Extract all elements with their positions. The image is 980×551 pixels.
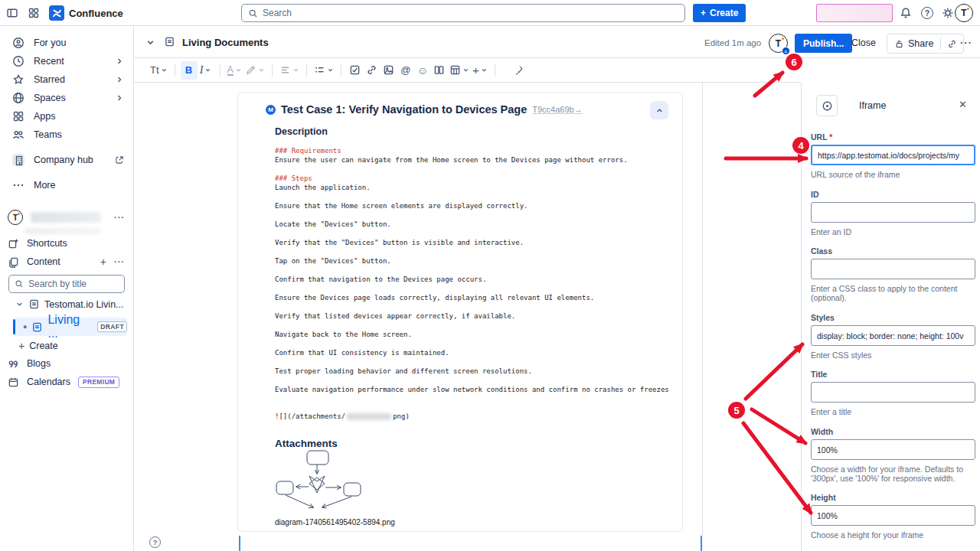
bold-button[interactable]: B <box>181 61 198 80</box>
space-more-icon[interactable]: ··· <box>114 213 125 222</box>
class-field-group: ClassEnter a CSS class to apply to the c… <box>811 246 975 302</box>
code-line: Ensure that the Home screen elements are… <box>275 201 669 210</box>
chevron-down-icon <box>327 67 334 73</box>
add-content-icon[interactable]: + <box>100 256 106 268</box>
tree-create-button[interactable]: + Create <box>18 340 152 352</box>
sidebar-search-placeholder: Search by title <box>28 279 87 289</box>
redacted-filename <box>347 413 391 420</box>
sidebar-item-recent[interactable]: Recent <box>0 52 133 70</box>
sidebar-item-label: Spaces <box>34 93 106 103</box>
redacted-space-subtitle <box>24 228 101 234</box>
image-icon <box>383 64 394 76</box>
code-line <box>275 302 669 311</box>
publish-button[interactable]: Publish... <box>795 34 852 53</box>
url-field-group: URL *URL source of the iframe <box>811 132 975 179</box>
highlight-button[interactable] <box>243 61 266 80</box>
tree-item-selected[interactable]: ● Living ... DRAFT <box>14 318 127 336</box>
sidebar-item-label: For you <box>34 37 124 48</box>
alignment-button[interactable] <box>278 61 301 80</box>
styles-label: Styles <box>811 313 975 322</box>
class-label: Class <box>811 246 975 256</box>
help-icon[interactable]: ? <box>149 536 161 548</box>
sidebar-item-starred[interactable]: Starred <box>0 70 133 89</box>
code-line <box>275 192 669 201</box>
styles-input[interactable] <box>811 325 975 346</box>
sidebar-item-spaces[interactable]: Spaces <box>0 89 133 107</box>
search-input[interactable]: Search <box>241 4 685 22</box>
test-case-title: Test Case 1: Verify Navigation to Device… <box>281 103 527 116</box>
code-line <box>275 210 669 220</box>
settings-gear-icon[interactable] <box>942 7 954 19</box>
width-input[interactable] <box>811 439 975 460</box>
living-document-card: M Test Case 1: Verify Navigation to Devi… <box>237 92 683 532</box>
shortcuts-icon <box>8 238 19 249</box>
insert-more-button[interactable]: + <box>471 61 489 80</box>
height-input[interactable] <box>811 505 975 526</box>
tree-item-parent[interactable]: Testomat.io Livin... <box>15 298 149 310</box>
code-line: Confirm that UI consistency is maintaine… <box>275 348 669 357</box>
content-more-icon[interactable]: ··· <box>114 257 125 266</box>
user-avatar[interactable]: T <box>955 4 973 22</box>
close-button[interactable]: Close <box>851 37 876 48</box>
id-input[interactable] <box>811 202 975 223</box>
collapse-sidebar-icon[interactable] <box>6 7 18 19</box>
table-button[interactable] <box>448 61 471 80</box>
mention-button[interactable]: @ <box>397 61 414 80</box>
code-line: Evaluate navigation performance under sl… <box>275 385 669 394</box>
editor-avatar[interactable]: T c <box>769 34 788 53</box>
notifications-bell-icon[interactable] <box>900 7 912 19</box>
sidebar-search-input[interactable]: Search by title <box>8 275 125 293</box>
class-input[interactable] <box>811 259 975 279</box>
sidebar-item-apps[interactable]: Apps <box>0 107 133 126</box>
sidebar-item-calendars[interactable]: Calendars PREMIUM <box>0 373 134 390</box>
title-label: Title <box>811 370 975 379</box>
code-line: Verify that listed devices appear correc… <box>275 311 669 321</box>
text-style-button[interactable]: Tt <box>149 61 169 80</box>
help-icon[interactable]: ? <box>921 7 933 19</box>
share-button[interactable]: Share <box>887 34 940 53</box>
chevron-down-icon[interactable] <box>15 300 24 308</box>
markdown-icon: M <box>266 105 276 115</box>
insert-link-button[interactable] <box>364 61 381 80</box>
page-title: Living Documents <box>182 37 269 48</box>
pin-toolbar-button[interactable] <box>510 61 527 80</box>
styles-helper-text: Enter CSS styles <box>811 350 975 360</box>
collapse-button[interactable] <box>650 101 668 119</box>
more-actions-button[interactable]: ··· <box>960 37 972 48</box>
create-button[interactable]: + Create <box>693 4 746 22</box>
sidebar-item-blogs[interactable]: Blogs <box>0 355 134 372</box>
sidebar-item-content[interactable]: Content + ··· <box>0 253 134 270</box>
sidebar-item-teams[interactable]: Teams <box>0 126 133 144</box>
task-button[interactable] <box>347 61 364 80</box>
text-color-button[interactable]: A <box>226 61 243 80</box>
sidebar-item-label: Apps <box>34 111 124 122</box>
insert-image-button[interactable] <box>381 61 397 80</box>
search-icon <box>15 279 24 289</box>
blogs-icon <box>8 358 19 370</box>
space-header[interactable]: T ··· <box>0 209 134 226</box>
sidebar-item-more[interactable]: More <box>0 176 133 194</box>
emoji-button[interactable]: ☺ <box>414 61 431 80</box>
italic-button[interactable]: I <box>198 61 214 80</box>
sidebar-item-company-hub[interactable]: Company hub <box>0 151 133 169</box>
chevron-down-icon <box>462 67 469 73</box>
test-case-id-link[interactable]: T9cc4a69b→ <box>532 105 582 114</box>
close-panel-button[interactable]: ✕ <box>959 99 967 110</box>
app-switcher-icon[interactable] <box>28 7 40 19</box>
title-input[interactable] <box>811 382 975 403</box>
sidebar: For youRecentStarredSpacesAppsTeamsCompa… <box>0 26 134 551</box>
selected-iframe-element[interactable] <box>239 536 702 551</box>
code-line <box>275 321 669 330</box>
search-icon <box>248 8 258 18</box>
url-input[interactable] <box>811 145 975 165</box>
chevron-down-icon[interactable] <box>145 37 155 47</box>
code-line: Tap on the "Devices" button. <box>275 256 669 266</box>
list-button[interactable] <box>312 61 335 80</box>
sidebar-item-shortcuts[interactable]: Shortcuts <box>0 235 134 252</box>
layouts-button[interactable] <box>431 61 448 80</box>
confluence-logo-icon[interactable] <box>49 5 64 21</box>
top-navigation-bar: Confluence Search + Create ? T <box>0 0 980 26</box>
sidebar-item-for-you[interactable]: For you <box>0 34 133 52</box>
test-case-body: ### RequirementsEnsure the user can navi… <box>275 146 669 394</box>
diagram-thumbnail[interactable] <box>266 449 369 514</box>
